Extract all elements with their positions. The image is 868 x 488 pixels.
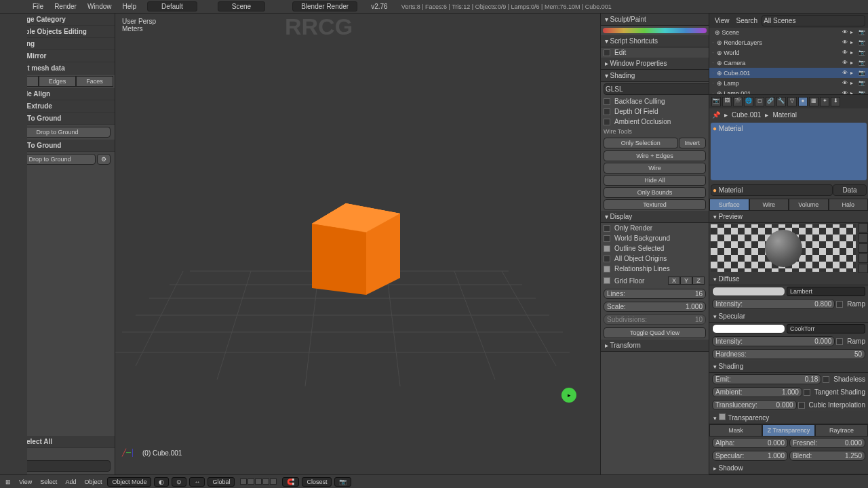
- mode-dropdown[interactable]: Object Mode: [107, 477, 151, 487]
- cubic-check[interactable]: Cubic Interpolation: [809, 401, 865, 409]
- diffuse-ramp-check[interactable]: Ramp: [847, 300, 865, 308]
- axis-z[interactable]: Z: [692, 277, 705, 285]
- hardness-slider[interactable]: Hardness:50: [712, 349, 865, 359]
- tab-material-icon[interactable]: ●: [798, 97, 808, 106]
- ambient-slider[interactable]: Ambient:1.000: [712, 387, 802, 397]
- specular-header[interactable]: ▾ Specular: [709, 310, 868, 323]
- render-button[interactable]: 📷: [334, 477, 351, 487]
- restrict-render-icon[interactable]: 📷: [859, 60, 865, 66]
- dof-check[interactable]: Depth Of Field: [614, 108, 658, 115]
- hdr-select[interactable]: Select: [37, 478, 60, 486]
- tab-modifiers-icon[interactable]: 🔧: [776, 97, 786, 106]
- restrict-render-icon[interactable]: 📷: [859, 29, 865, 36]
- orientation-dropdown[interactable]: Global: [208, 477, 235, 487]
- pin-icon[interactable]: 📌: [712, 111, 720, 119]
- diffuse-header[interactable]: ▾ Diffuse: [709, 273, 868, 285]
- tab-volume[interactable]: Volume: [789, 199, 829, 211]
- trans-mask[interactable]: Mask: [709, 424, 762, 436]
- n-transform[interactable]: ▸ Transform: [601, 340, 709, 352]
- preview-cube-icon[interactable]: [859, 243, 868, 253]
- textured-button[interactable]: Textured: [604, 199, 706, 210]
- restrict-view-icon[interactable]: 👁: [842, 39, 849, 46]
- n-brush[interactable]: ▾ Sculpt/Paint: [601, 14, 709, 26]
- trans-raytrace[interactable]: Raytrace: [815, 424, 868, 436]
- ao-check[interactable]: Ambient Occlusion: [614, 118, 671, 125]
- specular-intensity[interactable]: Intensity:0.000: [712, 336, 835, 346]
- tab-world-icon[interactable]: 🌐: [744, 97, 753, 106]
- invert-button[interactable]: Invert: [679, 138, 707, 148]
- restrict-view-icon[interactable]: 👁: [842, 90, 849, 96]
- layer-buttons[interactable]: [237, 478, 279, 485]
- restrict-select-icon[interactable]: ▸: [850, 90, 857, 96]
- scene-dropdown[interactable]: Scene: [218, 1, 265, 12]
- edges-button[interactable]: Edges: [39, 76, 76, 87]
- restrict-render-icon[interactable]: 📷: [859, 90, 865, 96]
- restrict-select-icon[interactable]: ▸: [850, 39, 857, 46]
- axis-x[interactable]: X: [668, 277, 680, 285]
- tab-physics-icon[interactable]: ⬇: [831, 97, 840, 106]
- restrict-select-icon[interactable]: ▸: [850, 29, 857, 36]
- wire-button[interactable]: Wire: [604, 163, 706, 174]
- onlysel-button[interactable]: Only Selection: [604, 138, 678, 148]
- shadeless-check[interactable]: Shadeless: [833, 375, 865, 383]
- obj-breadcrumb[interactable]: Cube.001: [732, 111, 761, 119]
- rellines-check[interactable]: Relationship Lines: [614, 265, 670, 272]
- faces-button[interactable]: Faces: [76, 76, 113, 87]
- preview-sphere-icon[interactable]: [859, 233, 868, 243]
- tab-object-icon[interactable]: ◻: [755, 97, 764, 106]
- tab-data-icon[interactable]: ▽: [787, 97, 797, 106]
- menu-window[interactable]: Window: [82, 1, 117, 12]
- hideall-button[interactable]: Hide All: [604, 175, 706, 186]
- diffuse-shader[interactable]: Lambert: [787, 287, 865, 296]
- wireedges-button[interactable]: Wire + Edges: [604, 150, 706, 161]
- restrict-view-icon[interactable]: 👁: [842, 80, 849, 87]
- gridfloor-check[interactable]: Grid Floor: [614, 277, 644, 285]
- onlybounds-button[interactable]: Only Bounds: [604, 187, 706, 198]
- diffuse-intensity[interactable]: Intensity:0.800: [712, 299, 835, 309]
- outliner-item[interactable]: · ⊕ Lamp.001👁▸📷: [709, 88, 868, 95]
- outliner-view-menu[interactable]: View: [711, 17, 734, 24]
- n-shading[interactable]: ▾ Shading: [601, 70, 709, 82]
- outliner-filter[interactable]: All Scenes: [762, 15, 865, 26]
- trans-ztrans[interactable]: Z Transparency: [762, 424, 815, 436]
- diffuse-color[interactable]: [712, 287, 785, 296]
- tab-halo[interactable]: Halo: [829, 199, 869, 211]
- snap-toggle[interactable]: 🧲: [282, 477, 299, 487]
- material-name-field[interactable]: ● Material: [711, 184, 833, 196]
- tab-wire[interactable]: Wire: [749, 199, 789, 211]
- outliner-item[interactable]: ⊕ Scene👁▸📷: [709, 28, 868, 37]
- tab-scene-icon[interactable]: 🎬: [733, 97, 743, 106]
- material-slot[interactable]: ● Material: [711, 123, 867, 180]
- tab-surface[interactable]: Surface: [709, 199, 749, 211]
- specular-shader[interactable]: CookTorr: [787, 324, 865, 333]
- tab-layers-icon[interactable]: 🖼: [722, 97, 732, 106]
- menu-help[interactable]: Help: [117, 1, 142, 12]
- restrict-view-icon[interactable]: 👁: [842, 49, 849, 56]
- outliner-item[interactable]: · ⊕ World👁▸📷: [709, 47, 868, 58]
- worldbg-check[interactable]: World Background: [614, 235, 670, 242]
- restrict-render-icon[interactable]: 📷: [859, 70, 865, 77]
- emit-slider[interactable]: Emit:0.18: [712, 374, 821, 384]
- render-engine-dropdown[interactable]: Blender Render: [292, 1, 357, 12]
- tab-constraints-icon[interactable]: 🔗: [766, 97, 775, 106]
- restrict-view-icon[interactable]: 👁: [842, 60, 849, 66]
- tangent-check[interactable]: Tangent Shading: [814, 388, 865, 396]
- alpha-slider[interactable]: Alpha:0.000: [712, 438, 788, 448]
- restrict-view-icon[interactable]: 👁: [842, 29, 849, 36]
- restrict-render-icon[interactable]: 📷: [859, 80, 865, 87]
- shading-dropdown[interactable]: ◐: [154, 477, 169, 487]
- scale-slider[interactable]: Scale:1.000: [604, 302, 706, 312]
- restrict-select-icon[interactable]: ▸: [850, 49, 857, 56]
- restrict-select-icon[interactable]: ▸: [850, 80, 857, 87]
- tab-texture-icon[interactable]: ▦: [809, 97, 818, 106]
- hdr-add[interactable]: Add: [62, 478, 79, 486]
- n-display[interactable]: ▾ Display: [601, 211, 709, 223]
- mat-breadcrumb[interactable]: Material: [772, 111, 797, 119]
- editor-type-icon[interactable]: ⊞: [3, 478, 14, 486]
- preview-hair-icon[interactable]: [859, 264, 868, 273]
- outliner-item[interactable]: · ⊕ Camera👁▸📷: [709, 58, 868, 68]
- manipulator-toggle[interactable]: ↔: [189, 477, 205, 487]
- preview-flat-icon[interactable]: [859, 223, 868, 232]
- translucency-slider[interactable]: Translucency:0.000: [712, 400, 797, 410]
- fresnel-slider[interactable]: Fresnel:0.000: [789, 438, 865, 448]
